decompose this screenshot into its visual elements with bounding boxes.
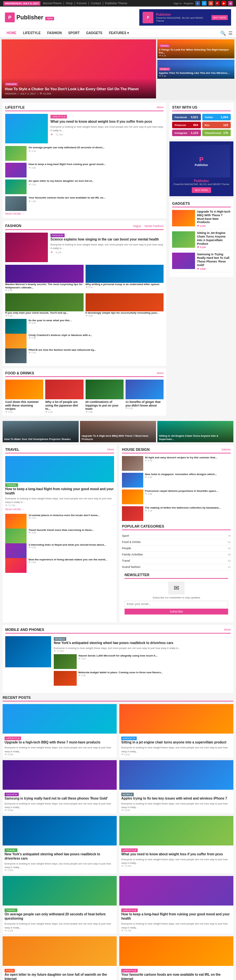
register-link[interactable]: Register [184,2,193,5]
food-item-3[interactable]: 20 combinations of toppings to put on yo… [86,380,124,413]
themeforest-follow-btn[interactable]: ThemeForest 17k [202,130,231,136]
fashion-vogue-link[interactable]: Vogue [133,224,141,228]
tw-icon[interactable]: t [202,1,206,6]
hero-side-item-1[interactable]: TRAVEL 5 Things To Look For When Selecti… [157,39,234,59]
recent-post-8[interactable]: LIFESTYLE How to keep a long-haul flight… [119,876,233,934]
food-item-1[interactable]: Cool down this summer with these stunnin… [5,380,43,413]
rss-follow-btn[interactable]: Rss 123 [202,122,231,128]
cat-item-2[interactable]: Food & Drinks 51 [122,539,231,545]
hero-main-meta: FASHION • JULY 3, 2017 • 👁 41,544 [5,92,153,95]
travel-list-item-3[interactable]: 3 interesting links in Nepal and what yo… [5,543,114,558]
search-icon[interactable]: 🔍 [220,30,226,36]
newsletter-icon: ✉ [168,581,185,595]
nav-item-features[interactable]: Features ▾ [106,29,132,37]
nav-item-home[interactable]: Home [3,29,20,37]
nav-link-fashion[interactable]: Fashion [44,29,65,37]
lifestyle-readmore[interactable]: READ MORE → [5,212,25,215]
food-item-4[interactable]: 11 benefits of ginger that you didn't kn… [125,380,163,413]
recent-post-4[interactable]: MOBILE Apples trying to fix two key issu… [119,760,233,813]
gadget-item-1[interactable]: Upgrade To A High-tech BBQ With These 7 … [172,210,231,229]
nav-link-lifestyle[interactable]: Lifestyle [20,29,44,37]
house-item-1[interactable]: 50 light and easy dessert recipes to try… [122,456,231,471]
cat-item-3[interactable]: People 43 [122,545,231,552]
cat-item-1[interactable]: Sport 75 [122,533,231,539]
fashion-street-link[interactable]: Street Fashion [144,224,163,228]
recent-post-10[interactable]: LIFESTYLE Your favourite cartoon foods a… [119,936,233,980]
fashion-grid-item-1[interactable]: Mardon Monroe's beauty secrets: The most… [5,265,84,291]
fashion-list-item-6[interactable]: Cindy Crawford's Ambros style is fabulou… [5,334,163,348]
fashion-grid-item-3[interactable]: If you only train your chest muscle, You… [5,293,84,317]
mobile-side-item-1[interactable]: Xiaomi Sends 1,400 Microsoft for alleged… [54,654,231,669]
fashion-list-item-7[interactable]: PRACE are how the fashion world was infl… [5,348,163,363]
lifestyle-main-article: LIFESTYLE What you need to know about we… [5,114,163,143]
recent-post-5[interactable]: TRAVEL New York's antiquated steering wh… [3,816,117,873]
mobile-side-item-2[interactable]: Motorola budget tablet in place: Coming … [54,671,231,686]
list-item[interactable]: On average people can only withstand 20 … [5,146,163,161]
menu-icon[interactable]: ☰ [228,30,233,36]
hero-side-item-2[interactable]: MOBILE Applies Tries To Something Like T… [157,60,234,79]
nav-link-home[interactable]: Home [3,29,20,37]
facebook-follow-btn[interactable]: Facebook 3,521 [172,114,201,121]
header-ad-btn[interactable]: BUY NOW [211,15,228,20]
inst-icon[interactable]: ◎ [228,1,233,6]
feature-banner-1[interactable]: How To Make Your Old Smartphone Projecto… [3,421,79,442]
feature-banner-3[interactable]: Sitting in Jet Engine Chain Turns Anyone… [157,421,233,442]
fashion-list-item-5[interactable]: Its the year to wear what you like... 👁 … [5,319,163,334]
list-item[interactable]: How to keep a long-haul flight from ruin… [5,163,163,178]
gadget-item-2[interactable]: Sitting in Jet Engine Chain Turns Anyone… [172,231,231,251]
travel-readmore[interactable]: READ MORE → [5,508,25,511]
fashion-grid-item-4[interactable]: 5 shockingly simple tips for successfull… [86,293,164,317]
list-item[interactable]: An open letter to my future daughter on … [5,180,163,194]
travel-list-item-1[interactable]: 14 animal places in America even the loc… [5,514,114,528]
travel-list-item-4[interactable]: Now the experience of living abroad make… [5,558,114,573]
nav-link-sport[interactable]: Sport [65,29,82,37]
newsletter-subscribe-btn[interactable]: Subscribe [125,609,228,614]
fashion-grid-item-2[interactable]: Why writing a personal essay is an under… [86,265,164,291]
pinterest-follow-btn[interactable]: Pinterest 854 [172,122,201,128]
gadget-item-3[interactable]: Samsung is Trying Really Hard Not To Cal… [172,253,231,272]
newsletter-email-input[interactable] [125,601,228,607]
recent-post-2[interactable]: GADGETS Sitting in a jet engine chair tu… [119,704,233,757]
signin-link[interactable]: Sign In [173,2,182,5]
pi-icon[interactable]: P [215,1,220,6]
recent-post-9[interactable]: FOOD An open letter to my future daughte… [3,936,117,980]
cat-item-4[interactable]: Family Activities 35 [122,552,231,558]
list-item[interactable]: Your favourite cartoon foods are now ava… [5,196,163,211]
header-advertisement[interactable]: P Publisher Powerful MAGAZINE, BLOG and … [139,9,231,25]
cat-item-6[interactable]: Grand fashion 21 [122,564,231,570]
travel-list-item-2[interactable]: Travel favorite travel more than exercis… [5,528,114,543]
yt-icon[interactable]: ▶ [222,1,226,6]
travel-more-link[interactable]: More [107,448,114,451]
lifestyle-list-meta-3: 👁 2.1k [29,183,163,186]
house-design-link[interactable]: Interior [222,448,231,451]
fb-icon[interactable]: f [195,1,200,6]
nav-item-lifestyle[interactable]: Lifestyle [20,29,44,37]
feature-banner-2[interactable]: Upgrade To A High-tech BBQ With These 7 … [80,421,156,442]
nav-item-fashion[interactable]: Fashion [44,29,65,37]
cat-name-3: People [122,547,131,550]
hero-main-article[interactable]: FASHION How To Style a Choker So You Don… [2,39,156,99]
house-item-3[interactable]: Freeconcie carpet distorts proportions i… [122,490,231,504]
fashion-grid-title-4: 5 shockingly simple tips for successfull… [86,311,164,315]
food-item-2[interactable]: Why a lot of people are using the japane… [45,380,83,413]
instagram-follow-btn[interactable]: Instagram 1,123 [172,130,201,136]
cat-item-5[interactable]: Travel 54 [122,558,231,564]
recent-post-3[interactable]: FASHION Samsung is trying really hard no… [3,760,117,813]
nav-link-gadgets[interactable]: Gadgets [83,29,106,37]
nav-item-sport[interactable]: Sport [65,29,82,37]
nav-link-features[interactable]: Features ▾ [106,29,132,37]
lifestyle-more-link[interactable]: More [157,106,163,109]
house-item-2[interactable]: New hotel in singapore: innovative offic… [122,473,231,488]
food-more-link[interactable]: More [157,371,163,375]
sidebar-advertisement[interactable]: P Publisher Publisher Powerful MAGAZINE,… [169,142,233,196]
mobile-more-link[interactable]: More [224,628,231,631]
recent-post-1[interactable]: LIFESTYLE Upgrade to a high-tech BBQ wit… [3,704,117,757]
twitter-follow-btn[interactable]: Twitter 1,654 [202,114,231,121]
recent-post-6[interactable]: LIFESTYLE What you need to know about we… [119,816,233,873]
house-item-4[interactable]: The making of belkin trio bathroom colle… [122,506,231,521]
logo[interactable]: P Publisher NEW [5,13,54,22]
recent-post-7[interactable]: TRAVEL On average people can only withst… [3,876,117,934]
sidebar-ad-buy-btn[interactable]: BUY NOW [192,187,211,193]
gp-icon[interactable]: G [209,1,213,6]
nav-item-gadgets[interactable]: Gadgets [83,29,106,37]
